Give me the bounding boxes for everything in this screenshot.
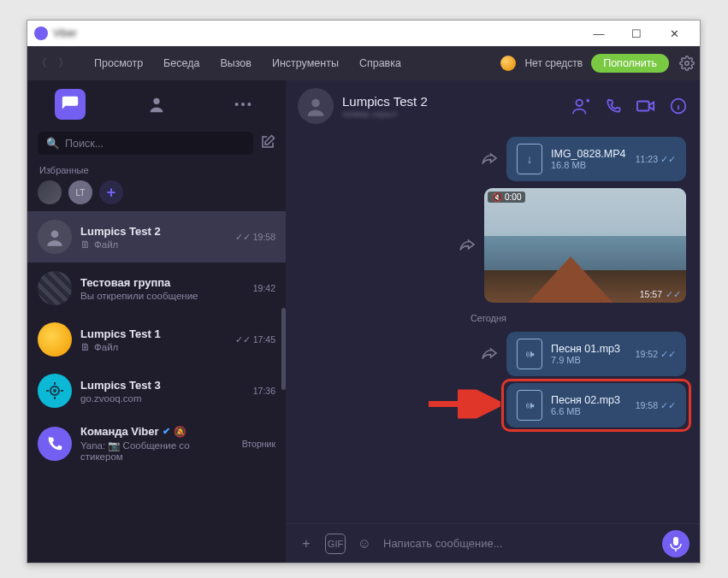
messages: IMG_0828.MP4 16.8 MB 11:23 ✓✓ 🔇0:00 15:5… [286, 132, 700, 523]
minimize-button[interactable]: — [580, 21, 618, 46]
video-bot-time: 15:57 [640, 289, 662, 299]
audio-file-icon [517, 339, 542, 369]
avatar [38, 220, 72, 254]
file-size: 7.9 MB [551, 355, 627, 365]
titlebar: Viber — ☐ ✕ [27, 21, 700, 46]
mute-icon: 🔇 [492, 192, 502, 202]
info-icon[interactable] [669, 97, 688, 115]
video-call-icon[interactable] [636, 97, 655, 115]
settings-icon[interactable] [678, 54, 696, 73]
menu-call[interactable]: Вызов [211, 54, 260, 73]
attach-icon[interactable]: + [296, 534, 317, 554]
chat-sub: Файл [94, 342, 118, 352]
topup-button[interactable]: Пополнить [591, 54, 669, 73]
avatar [38, 374, 72, 408]
svg-point-4 [247, 103, 251, 106]
chat-header: Lumpics Test 2 номер скрыт [286, 80, 700, 132]
mic-button[interactable] [662, 530, 690, 557]
file-bubble[interactable]: IMG_0828.MP4 16.8 MB 11:23 ✓✓ [506, 137, 686, 181]
pin-row: LT + [27, 179, 286, 211]
chat-sub: Файл [94, 239, 118, 250]
app-icon [34, 27, 48, 40]
status-checks: ✓✓ [660, 154, 676, 164]
status-checks: ✓✓ [660, 349, 676, 359]
balance-text: Нет средств [524, 57, 583, 69]
avatar [38, 322, 72, 357]
avatar [38, 427, 72, 461]
file-size: 16.8 MB [551, 160, 627, 170]
menu-view[interactable]: Просмотр [86, 54, 151, 73]
file-size: 6.6 MB [551, 406, 627, 416]
gif-icon[interactable]: GIF [325, 534, 346, 554]
chat-sub: go.zvooq.com [80, 393, 245, 404]
tab-contacts-icon[interactable] [141, 89, 172, 120]
forward-icon[interactable] [481, 346, 498, 363]
add-pin-button[interactable]: + [99, 180, 123, 204]
chat-item[interactable]: Lumpics Test 1 🗎Файл ✓✓ 17:45 [27, 314, 286, 365]
forward-icon[interactable] [481, 151, 498, 168]
chat-header-name: Lumpics Test 2 [342, 94, 428, 109]
chat-list: Lumpics Test 2 🗎Файл ✓✓ 19:58 Тестовая г… [27, 211, 286, 563]
audio-file-icon [517, 390, 542, 421]
file-name: Песня 02.mp3 [551, 394, 627, 406]
search-icon: 🔍 [46, 137, 60, 150]
menu-chat[interactable]: Беседа [155, 54, 208, 73]
forward-icon[interactable] [459, 238, 476, 254]
file-time: 11:23 [636, 154, 658, 164]
tab-chats-icon[interactable] [55, 89, 86, 120]
pinned-chat-1[interactable] [38, 180, 62, 204]
svg-point-5 [51, 230, 59, 238]
svg-point-3 [241, 103, 245, 106]
status-checks: ✓✓ [235, 232, 251, 242]
audio-bubble[interactable]: Песня 01.mp3 7.9 MB 19:52 ✓✓ [506, 332, 686, 376]
favorites-label: Избранные [27, 158, 286, 179]
audio-call-icon[interactable] [604, 97, 623, 115]
download-icon[interactable] [517, 144, 542, 174]
chat-time: 19:42 [253, 283, 275, 293]
chat-header-sub: номер скрыт [342, 109, 428, 119]
menu-help[interactable]: Справка [351, 54, 410, 73]
search-placeholder: Поиск... [65, 138, 104, 150]
file-icon: 🗎 [80, 239, 91, 250]
compose-input[interactable]: Написать сообщение... [383, 537, 654, 550]
add-contact-icon[interactable] [571, 97, 590, 115]
menu-tools[interactable]: Инструменты [263, 54, 347, 73]
svg-point-0 [685, 62, 690, 66]
nav-forward[interactable]: 〉 [53, 53, 74, 74]
close-button[interactable]: ✕ [655, 21, 693, 46]
composer: + GIF ☺ Написать сообщение... [286, 523, 700, 563]
avatar [38, 271, 72, 305]
tab-more-icon[interactable] [228, 89, 258, 120]
chat-item[interactable]: Команда Viber ✔ 🔕 Yana: 📷 Сообщение со с… [27, 416, 286, 470]
video-bubble[interactable]: 🔇0:00 15:57✓✓ [484, 188, 686, 303]
svg-point-9 [577, 100, 583, 106]
chat-item[interactable]: Lumpics Test 2 🗎Файл ✓✓ 19:58 [27, 211, 286, 262]
audio-bubble-highlighted[interactable]: Песня 02.mp3 6.6 MB 19:58 ✓✓ [506, 383, 686, 428]
chat-time: 19:58 [253, 232, 275, 242]
chat-item[interactable]: Lumpics Test 3 go.zvooq.com 17:36 [27, 365, 286, 416]
nav-back[interactable]: 〈 [31, 53, 51, 74]
compose-icon[interactable] [260, 134, 275, 153]
chat-time: 17:36 [253, 386, 275, 396]
chat-header-avatar [298, 88, 334, 124]
chat-time: 17:45 [253, 334, 275, 345]
balance-icon [500, 56, 516, 71]
status-checks: ✓✓ [666, 289, 681, 299]
svg-rect-13 [673, 537, 678, 546]
svg-rect-10 [637, 102, 649, 111]
pinned-chat-2[interactable]: LT [68, 180, 92, 204]
search-input[interactable]: 🔍 Поиск... [38, 132, 253, 155]
chat-item[interactable]: Тестовая группа Вы открепили сообщение 1… [27, 262, 286, 314]
chat-name: Команда Viber [80, 425, 159, 438]
muted-icon: 🔕 [174, 426, 186, 438]
sticker-icon[interactable]: ☺ [354, 534, 375, 554]
chat-view: Lumpics Test 2 номер скрыт IMG_08 [286, 80, 700, 563]
maximize-button[interactable]: ☐ [618, 21, 655, 46]
svg-point-7 [53, 389, 56, 392]
chat-sub: Yana: 📷 Сообщение со стикером [80, 439, 234, 462]
chat-sub: Вы открепили сообщение [80, 291, 245, 301]
file-time: 19:58 [636, 400, 658, 410]
svg-point-2 [234, 103, 238, 106]
annotation-arrow-icon [427, 390, 500, 422]
video-top-time: 0:00 [505, 192, 521, 202]
